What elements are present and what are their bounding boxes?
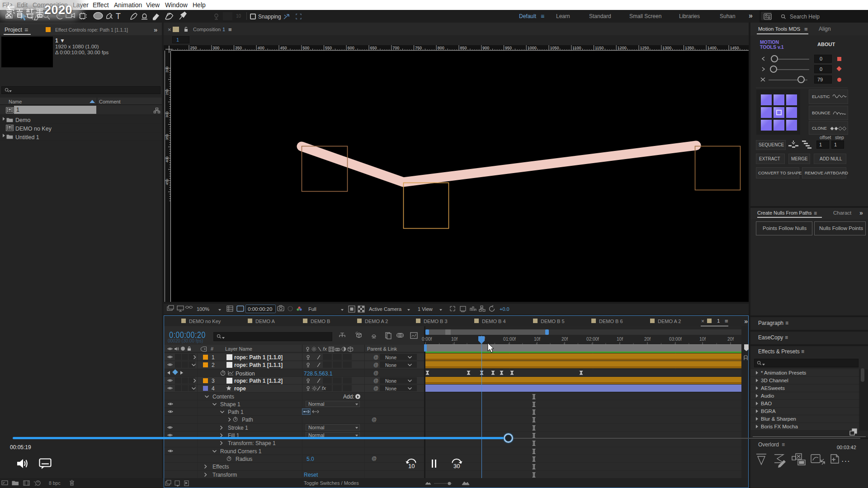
- svg-text:1100: 1100: [572, 46, 581, 50]
- svg-text:700: 700: [392, 46, 399, 50]
- svg-text:10f: 10f: [534, 337, 540, 342]
- svg-text:1200: 1200: [618, 46, 627, 50]
- svg-text:450: 450: [280, 46, 287, 50]
- svg-text:1050: 1050: [550, 46, 559, 50]
- svg-text:400: 400: [258, 46, 264, 50]
- svg-text:10: 10: [408, 463, 415, 469]
- svg-text:400: 400: [165, 156, 169, 163]
- svg-text:1150: 1150: [595, 46, 604, 50]
- svg-text:550: 550: [325, 46, 332, 50]
- svg-text:10f: 10f: [617, 337, 623, 342]
- svg-text:500: 500: [302, 46, 309, 50]
- svg-text:0:00f: 0:00f: [422, 337, 432, 342]
- svg-text:750: 750: [415, 46, 422, 50]
- svg-text:03:00f: 03:00f: [669, 337, 682, 342]
- svg-text:10f: 10f: [699, 337, 706, 342]
- svg-text:600: 600: [348, 46, 354, 50]
- svg-text:850: 850: [460, 46, 467, 50]
- svg-text:1250: 1250: [640, 46, 649, 50]
- svg-text:900: 900: [482, 46, 489, 50]
- svg-text:250: 250: [190, 46, 197, 50]
- svg-text:1300: 1300: [662, 46, 671, 50]
- svg-text:20f: 20f: [727, 337, 734, 342]
- svg-text:30: 30: [453, 463, 460, 469]
- svg-text:250: 250: [165, 89, 169, 95]
- svg-text:20f: 20f: [561, 337, 568, 342]
- svg-text:300: 300: [212, 46, 219, 50]
- svg-text:01:00f: 01:00f: [503, 337, 516, 342]
- svg-text:350: 350: [235, 46, 242, 50]
- svg-text:1450: 1450: [730, 46, 739, 50]
- svg-text:350: 350: [165, 134, 169, 140]
- svg-text:650: 650: [370, 46, 377, 50]
- svg-text:450: 450: [165, 179, 169, 185]
- svg-text:950: 950: [505, 46, 512, 50]
- svg-text:1350: 1350: [685, 46, 694, 50]
- svg-text:200: 200: [165, 66, 169, 73]
- svg-text:800: 800: [438, 46, 444, 50]
- svg-text:10f: 10f: [451, 337, 458, 342]
- svg-text:02:00f: 02:00f: [586, 337, 599, 342]
- svg-text:20f: 20f: [644, 337, 651, 342]
- svg-text:300: 300: [165, 111, 169, 117]
- svg-text:1400: 1400: [708, 46, 717, 50]
- svg-text:T: T: [116, 12, 121, 21]
- svg-text:1000: 1000: [528, 46, 537, 50]
